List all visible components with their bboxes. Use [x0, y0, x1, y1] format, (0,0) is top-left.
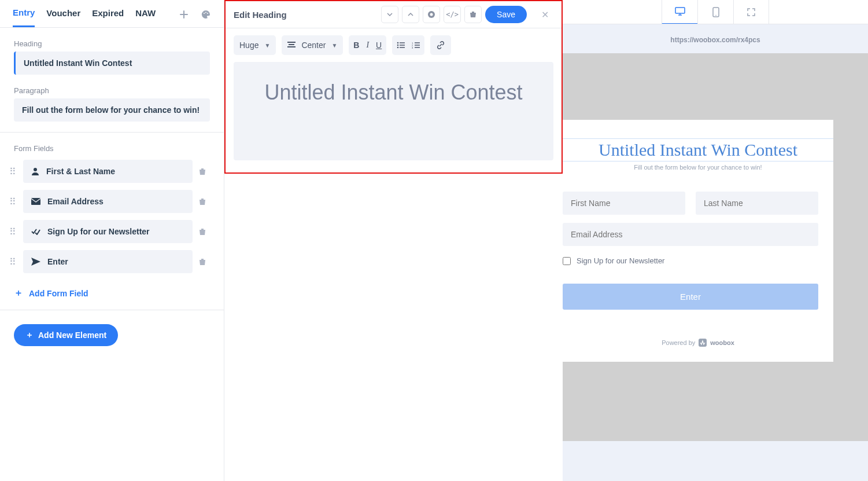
delete-button[interactable] — [464, 6, 482, 23]
delete-field-button[interactable] — [198, 167, 210, 175]
svg-point-7 — [397, 42, 399, 44]
mobile-view-button[interactable] — [697, 0, 733, 24]
italic-button[interactable]: I — [366, 41, 369, 50]
plus-icon — [180, 10, 188, 19]
enter-button[interactable]: Enter — [563, 284, 818, 310]
editor-header: Edit Heading </> Save ✕ — [226, 1, 562, 28]
heading-edit-area[interactable]: Untitled Instant Win Contest — [234, 62, 553, 160]
editor-toolbar: Huge ▼ Center ▼ B I U 123 — [226, 28, 562, 62]
field-enter[interactable]: Enter — [23, 250, 193, 273]
mail-icon — [31, 198, 40, 205]
add-form-field-label: Add Form Field — [29, 289, 88, 298]
align-dropdown[interactable]: Center ▼ — [282, 35, 343, 55]
preview-heading[interactable]: Untitled Instant Win Contest — [563, 138, 833, 161]
palette-icon — [201, 10, 210, 19]
preview-canvas: Untitled Instant Win Contest Fill out th… — [563, 53, 868, 441]
trash-icon — [198, 227, 206, 236]
chevron-up-icon — [408, 12, 413, 17]
add-new-element-label: Add New Element — [38, 331, 106, 340]
tab-expired[interactable]: Expired — [92, 8, 124, 26]
code-icon: </> — [446, 10, 459, 19]
svg-point-9 — [397, 47, 399, 49]
link-button[interactable] — [430, 35, 451, 55]
trash-icon — [470, 11, 477, 18]
email-input[interactable] — [563, 223, 818, 246]
palette-button[interactable] — [201, 10, 211, 25]
preview-subtitle: Fill out the form below for your chance … — [563, 164, 833, 171]
field-first-last-name[interactable]: First & Last Name — [23, 160, 193, 183]
align-center-icon — [287, 42, 296, 49]
drag-handle-icon[interactable]: ⠿ — [8, 166, 17, 177]
drag-handle-icon[interactable]: ⠿ — [8, 256, 17, 267]
newsletter-checkbox[interactable] — [563, 257, 571, 265]
form-field-row: ⠿ Email Address — [8, 190, 210, 213]
form-fields-section-label: Form Fields — [14, 144, 210, 153]
newsletter-checkbox-row[interactable]: Sign Up for our Newsletter — [563, 246, 833, 265]
delete-field-button[interactable] — [198, 227, 210, 236]
delete-field-button[interactable] — [198, 197, 210, 205]
fullscreen-button[interactable] — [733, 0, 769, 24]
svg-point-6 — [430, 13, 433, 16]
delete-field-button[interactable] — [198, 258, 210, 266]
field-newsletter[interactable]: Sign Up for our Newsletter — [23, 220, 193, 243]
bold-button[interactable]: B — [353, 41, 359, 50]
number-list-button[interactable]: 123 — [412, 42, 420, 49]
name-input-row — [563, 171, 833, 215]
code-button[interactable]: </> — [444, 6, 461, 23]
desktop-icon — [675, 7, 685, 16]
tab-entry[interactable]: Entry — [13, 8, 35, 27]
eye-icon — [427, 10, 435, 19]
field-label: Sign Up for our Newsletter — [47, 227, 150, 236]
trash-icon — [198, 167, 206, 175]
save-button[interactable]: Save — [485, 6, 527, 23]
plus-icon: ＋ — [25, 330, 34, 340]
last-name-input[interactable] — [696, 192, 818, 215]
expand-icon — [747, 8, 755, 16]
first-name-input[interactable] — [563, 192, 685, 215]
heading-element-box[interactable]: Untitled Instant Win Contest — [14, 52, 210, 75]
form-field-row: ⠿ Sign Up for our Newsletter — [8, 220, 210, 243]
form-field-row: ⠿ First & Last Name — [8, 160, 210, 183]
paragraph-section-label: Paragraph — [14, 86, 210, 95]
close-editor-button[interactable]: ✕ — [536, 6, 553, 23]
device-toolbar — [563, 0, 868, 24]
brand-name: woobox — [710, 339, 734, 346]
number-list-icon: 123 — [412, 42, 420, 49]
add-form-field-link[interactable]: ＋ Add Form Field — [14, 287, 210, 299]
powered-by-label: Powered by — [662, 339, 695, 346]
tab-voucher[interactable]: Voucher — [46, 8, 80, 26]
field-label: Enter — [47, 257, 68, 266]
svg-point-8 — [397, 45, 399, 46]
font-size-label: Huge — [239, 41, 258, 50]
link-icon — [437, 41, 445, 49]
text-style-group: B I U — [349, 35, 386, 55]
desktop-view-button[interactable] — [662, 0, 697, 24]
editor-title: Edit Heading — [234, 10, 378, 20]
woobox-logo-icon — [699, 339, 707, 347]
plus-icon: ＋ — [14, 287, 23, 299]
add-tab-button[interactable] — [179, 10, 189, 25]
newsletter-label: Sign Up for our Newsletter — [577, 256, 664, 265]
svg-rect-13 — [675, 8, 685, 13]
move-up-button[interactable] — [402, 6, 419, 23]
add-new-element-button[interactable]: ＋ Add New Element — [14, 324, 118, 346]
svg-rect-4 — [31, 198, 40, 205]
field-label: First & Last Name — [46, 167, 115, 176]
svg-point-1 — [205, 12, 206, 13]
field-email[interactable]: Email Address — [23, 190, 193, 213]
user-icon — [31, 167, 39, 175]
move-down-button[interactable] — [381, 6, 398, 23]
visibility-button[interactable] — [423, 6, 440, 23]
paragraph-element-box[interactable]: Fill out the form below for your chance … — [14, 98, 210, 122]
font-size-dropdown[interactable]: Huge ▼ — [234, 35, 276, 55]
preview-pane: https://woobox.com/rx4pcs Untitled Insta… — [563, 0, 868, 481]
drag-handle-icon[interactable]: ⠿ — [8, 196, 17, 207]
svg-text:3: 3 — [412, 46, 413, 49]
field-label: Email Address — [47, 197, 104, 206]
caret-down-icon: ▼ — [264, 42, 270, 49]
bullet-list-button[interactable] — [397, 42, 405, 49]
send-icon — [31, 258, 40, 266]
tab-naw[interactable]: NAW — [135, 8, 156, 26]
underline-button[interactable]: U — [376, 41, 382, 50]
drag-handle-icon[interactable]: ⠿ — [8, 226, 17, 237]
